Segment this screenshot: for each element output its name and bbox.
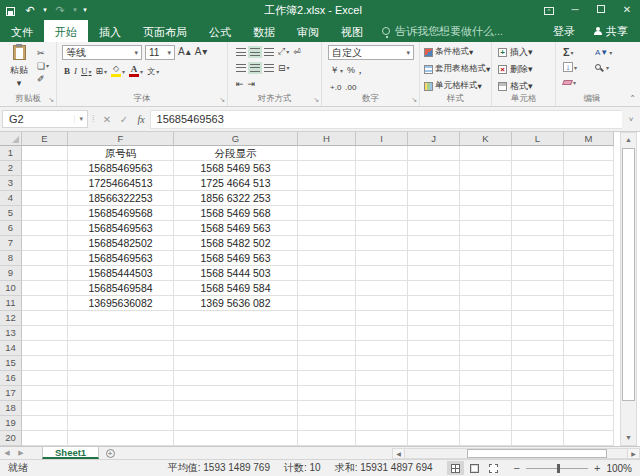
cell-H13[interactable] bbox=[298, 326, 356, 341]
cell-M15[interactable] bbox=[564, 356, 614, 371]
cell-F6[interactable]: 15685469563 bbox=[68, 221, 174, 236]
cell-K20[interactable] bbox=[460, 431, 512, 446]
alignment-dialog-launcher-icon[interactable]: ↘ bbox=[313, 96, 319, 104]
cell-I11[interactable] bbox=[356, 296, 408, 311]
cell-E11[interactable] bbox=[22, 296, 68, 311]
italic-button[interactable]: I bbox=[72, 64, 79, 78]
cell-F16[interactable] bbox=[68, 371, 174, 386]
cell-L4[interactable] bbox=[512, 191, 564, 206]
cell-H1[interactable] bbox=[298, 146, 356, 161]
phonetic-guide-icon[interactable]: 文▾ bbox=[145, 64, 161, 78]
cell-E3[interactable] bbox=[22, 176, 68, 191]
scroll-right-icon[interactable]: ▶ bbox=[627, 448, 640, 459]
align-right-icon[interactable] bbox=[262, 62, 276, 74]
cell-G8[interactable]: 1568 5469 563 bbox=[174, 251, 298, 266]
increase-decimal-icon[interactable]: +.0 bbox=[328, 80, 343, 94]
cell-M16[interactable] bbox=[564, 371, 614, 386]
cell-F20[interactable] bbox=[68, 431, 174, 446]
row-header-1[interactable]: 1 bbox=[0, 146, 22, 161]
sort-filter-icon[interactable]: A▼▾ bbox=[593, 45, 625, 59]
cell-G3[interactable]: 1725 4664 513 bbox=[174, 176, 298, 191]
cell-G16[interactable] bbox=[174, 371, 298, 386]
cell-H3[interactable] bbox=[298, 176, 356, 191]
cell-I12[interactable] bbox=[356, 311, 408, 326]
cell-F4[interactable]: 18566322253 bbox=[68, 191, 174, 206]
cell-K18[interactable] bbox=[460, 401, 512, 416]
cancel-entry-icon[interactable]: ✕ bbox=[99, 114, 116, 125]
cell-H15[interactable] bbox=[298, 356, 356, 371]
cell-E7[interactable] bbox=[22, 236, 68, 251]
cell-K17[interactable] bbox=[460, 386, 512, 401]
cell-H5[interactable] bbox=[298, 206, 356, 221]
cell-E6[interactable] bbox=[22, 221, 68, 236]
vertical-scrollbar[interactable]: ▲ ▼ bbox=[620, 132, 637, 446]
font-size-combo[interactable]: 11▾ bbox=[145, 45, 175, 60]
cell-M8[interactable] bbox=[564, 251, 614, 266]
cell-E5[interactable] bbox=[22, 206, 68, 221]
cell-I4[interactable] bbox=[356, 191, 408, 206]
cell-F10[interactable]: 15685469584 bbox=[68, 281, 174, 296]
cell-F17[interactable] bbox=[68, 386, 174, 401]
cell-K8[interactable] bbox=[460, 251, 512, 266]
cell-J11[interactable] bbox=[408, 296, 460, 311]
cell-J2[interactable] bbox=[408, 161, 460, 176]
cell-I5[interactable] bbox=[356, 206, 408, 221]
cell-L16[interactable] bbox=[512, 371, 564, 386]
column-header-J[interactable]: J bbox=[408, 132, 460, 146]
undo-dropdown-icon[interactable]: ▾ bbox=[40, 0, 50, 20]
cell-J18[interactable] bbox=[408, 401, 460, 416]
font-dialog-launcher-icon[interactable]: ↘ bbox=[219, 96, 225, 104]
delete-cells-button[interactable]: × 删除▾ bbox=[498, 62, 555, 76]
cell-M3[interactable] bbox=[564, 176, 614, 191]
column-header-K[interactable]: K bbox=[460, 132, 512, 146]
clipboard-dialog-launcher-icon[interactable]: ↘ bbox=[48, 96, 54, 104]
tab-file[interactable]: 文件 bbox=[0, 20, 44, 42]
row-header-9[interactable]: 9 bbox=[0, 266, 22, 281]
underline-button[interactable]: U▾ bbox=[79, 64, 94, 78]
number-format-combo[interactable]: 自定义▾ bbox=[328, 45, 414, 60]
row-header-17[interactable]: 17 bbox=[0, 386, 22, 401]
cell-I6[interactable] bbox=[356, 221, 408, 236]
cell-H8[interactable] bbox=[298, 251, 356, 266]
cell-F11[interactable]: 13695636082 bbox=[68, 296, 174, 311]
page-layout-view-icon[interactable] bbox=[466, 461, 483, 475]
cell-I2[interactable] bbox=[356, 161, 408, 176]
cell-K4[interactable] bbox=[460, 191, 512, 206]
fill-down-icon[interactable]: ↓▾ bbox=[561, 60, 593, 74]
sheet-tab-sheet1[interactable]: Sheet1 bbox=[42, 447, 99, 459]
cell-I20[interactable] bbox=[356, 431, 408, 446]
borders-icon[interactable]: ⊞▾ bbox=[94, 64, 110, 78]
expand-formula-bar-icon[interactable]: ˅ bbox=[622, 115, 640, 124]
align-left-icon[interactable] bbox=[234, 62, 248, 74]
cell-E17[interactable] bbox=[22, 386, 68, 401]
cell-K13[interactable] bbox=[460, 326, 512, 341]
confirm-entry-icon[interactable]: ✓ bbox=[116, 114, 133, 125]
row-header-7[interactable]: 7 bbox=[0, 236, 22, 251]
cell-H16[interactable] bbox=[298, 371, 356, 386]
zoom-out-icon[interactable]: − bbox=[514, 462, 520, 474]
cell-G17[interactable] bbox=[174, 386, 298, 401]
restore-button[interactable] bbox=[588, 0, 614, 20]
cell-F2[interactable]: 15685469563 bbox=[68, 161, 174, 176]
new-sheet-button[interactable]: + bbox=[99, 447, 121, 459]
cell-J12[interactable] bbox=[408, 311, 460, 326]
cell-E8[interactable] bbox=[22, 251, 68, 266]
row-header-8[interactable]: 8 bbox=[0, 251, 22, 266]
cell-H9[interactable] bbox=[298, 266, 356, 281]
decrease-decimal-icon[interactable]: .00 bbox=[343, 80, 358, 94]
cell-L17[interactable] bbox=[512, 386, 564, 401]
tab-review[interactable]: 审阅 bbox=[286, 20, 330, 42]
cut-icon[interactable]: ✂ bbox=[35, 46, 51, 59]
zoom-slider-thumb[interactable] bbox=[557, 464, 560, 473]
cell-I10[interactable] bbox=[356, 281, 408, 296]
cell-M7[interactable] bbox=[564, 236, 614, 251]
decrease-indent-icon[interactable]: ⇤ bbox=[234, 78, 246, 90]
cell-H18[interactable] bbox=[298, 401, 356, 416]
cell-K6[interactable] bbox=[460, 221, 512, 236]
ribbon-display-options-icon[interactable]: ^ bbox=[536, 0, 562, 20]
cell-H7[interactable] bbox=[298, 236, 356, 251]
formula-bar-splitter[interactable]: ⁞ bbox=[88, 114, 99, 124]
zoom-slider[interactable] bbox=[526, 468, 588, 469]
cell-J5[interactable] bbox=[408, 206, 460, 221]
cell-F13[interactable] bbox=[68, 326, 174, 341]
